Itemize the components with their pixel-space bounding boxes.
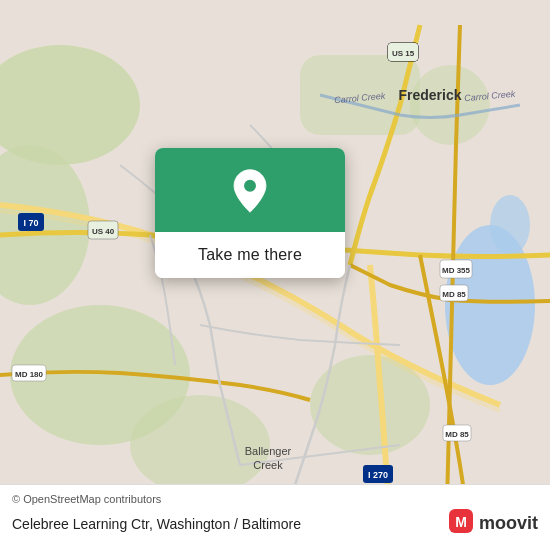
- svg-text:MD 180: MD 180: [15, 370, 44, 379]
- moovit-brand-icon: M: [447, 507, 475, 535]
- popup-card: Take me there: [155, 148, 345, 278]
- moovit-icon: M: [447, 507, 475, 540]
- popup-icon-area: [155, 148, 345, 232]
- svg-point-6: [410, 65, 490, 145]
- svg-point-32: [243, 179, 257, 193]
- bottom-bar: © OpenStreetMap contributors Celebree Le…: [0, 484, 550, 550]
- svg-text:Frederick: Frederick: [398, 87, 461, 103]
- svg-text:MD 85: MD 85: [442, 290, 466, 299]
- location-pin-icon: [227, 168, 273, 214]
- bottom-info: Celebree Learning Ctr, Washington / Balt…: [12, 507, 538, 540]
- svg-text:MD 85: MD 85: [445, 430, 469, 439]
- attribution: © OpenStreetMap contributors: [12, 493, 538, 505]
- moovit-logo[interactable]: M moovit: [447, 507, 538, 540]
- svg-text:Creek: Creek: [253, 459, 283, 471]
- moovit-text: moovit: [479, 513, 538, 534]
- svg-text:M: M: [455, 514, 467, 530]
- svg-text:US 40: US 40: [92, 227, 115, 236]
- location-name: Celebree Learning Ctr, Washington / Balt…: [12, 516, 301, 532]
- svg-text:I 270: I 270: [368, 470, 388, 480]
- attribution-text: © OpenStreetMap contributors: [12, 493, 161, 505]
- svg-text:MD 355: MD 355: [442, 266, 471, 275]
- take-me-there-button[interactable]: Take me there: [155, 232, 345, 278]
- svg-point-9: [490, 195, 530, 255]
- map-container: I 70 I 270 US 15 US 40 MD 355 MD 85 MD 8…: [0, 0, 550, 550]
- svg-text:US 15: US 15: [392, 49, 415, 58]
- svg-text:Ballenger: Ballenger: [245, 445, 292, 457]
- svg-text:I 70: I 70: [23, 218, 38, 228]
